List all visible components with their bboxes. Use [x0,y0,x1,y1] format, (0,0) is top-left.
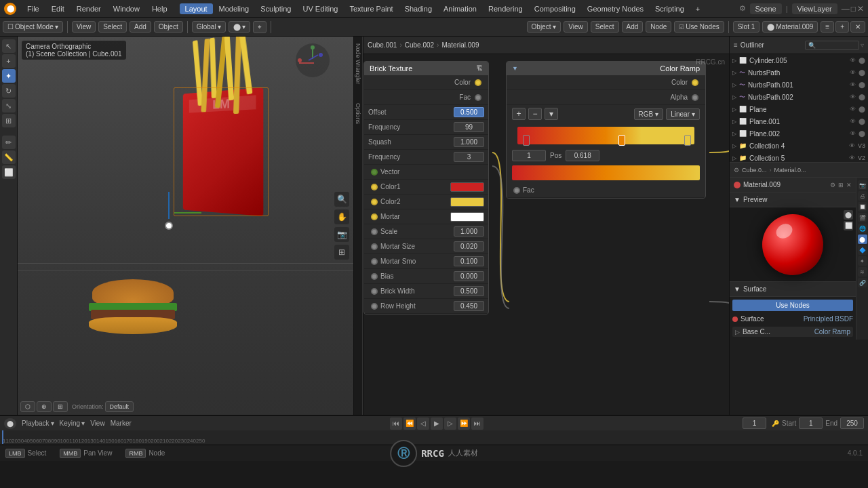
menu-file[interactable]: File [22,3,45,14]
material-new[interactable]: + [835,21,849,33]
layers-icon[interactable]: ⊞ [334,245,349,260]
viewport-overlay[interactable]: ⊕ [37,401,52,412]
axis-gizmo[interactable] [296,43,330,77]
handle-pos-field[interactable]: 0.618 [566,150,599,161]
material-selector[interactable]: ⬤ Material.009 [762,21,818,33]
next-frame-btn[interactable]: ▷ [444,418,456,430]
squash-value[interactable]: 1.000 [454,137,484,147]
mortar-smooth-value[interactable]: 0.100 [454,256,484,266]
cr-fac-socket[interactable] [513,187,520,194]
vis-icon9[interactable]: 👁 [849,155,855,161]
bias-socket[interactable] [371,273,378,280]
use-nodes-toggle[interactable]: ☑ Use Nodes [674,21,724,33]
tool-add-cube[interactable]: ⬜ [2,165,16,179]
material-close-icon[interactable]: ✕ [846,182,852,188]
bias-value[interactable]: 0.000 [454,271,484,281]
node-menu[interactable]: Node [646,21,671,33]
minimize-btn[interactable]: — [842,4,850,14]
camera-icon[interactable]: 📷 [334,227,349,242]
workspace-add[interactable]: + [690,3,705,14]
snap-btn[interactable]: ⌖ [253,21,267,33]
workspace-uv-editing[interactable]: UV Editing [297,3,343,14]
outliner-item-nurbspath002[interactable]: ▷ 〜 NurbsPath.002 👁 ⬤ [730,91,868,103]
ramp-menu-btn[interactable]: ▾ [545,108,558,120]
base-color-ramp[interactable]: Color Ramp [814,328,850,336]
jump-start-btn[interactable]: ⏮ [390,418,402,430]
vis-icon2[interactable]: 👁 [850,69,856,76]
jump-end-btn[interactable]: ⏭ [471,418,484,430]
select-node[interactable]: Select [591,21,619,33]
pt-constraints[interactable]: 🔗 [858,278,867,287]
breadcrumb-cube001[interactable]: Cube.001 [368,41,397,49]
add-node[interactable]: Add [622,21,644,33]
frame-indicator[interactable]: ⬤ [4,418,16,429]
preview-sphere-btn[interactable]: ⬤ [844,210,853,220]
workspace-modeling[interactable]: Modeling [214,3,255,14]
outliner-item-nurbspath001[interactable]: ▷ 〜 NurbsPath.001 👁 ⬤ [730,79,868,91]
color2-socket[interactable] [371,199,378,205]
shader-name[interactable]: Principled BSDF [804,315,853,323]
tool-rotate[interactable]: ↻ [2,84,16,98]
color1-swatch[interactable] [450,182,484,192]
pan-icon[interactable]: ✋ [334,209,349,224]
mortar-swatch[interactable] [450,212,484,222]
outliner-item-plane002[interactable]: ▷ ⬜ Plane.002 👁 ⬤ [730,127,868,140]
restrict-icon5[interactable]: ⬤ [859,106,865,113]
menu-render[interactable]: Render [71,3,106,14]
outliner-filter-icon[interactable]: ▿ [861,41,864,49]
vector-socket[interactable] [371,169,378,176]
breadcrumb-material[interactable]: Material.009 [441,41,479,49]
mortar-socket[interactable] [371,214,378,220]
output-color-socket[interactable] [475,79,481,86]
vis-icon3[interactable]: 👁 [850,81,856,88]
keying-menu[interactable]: Keying ▾ [60,420,85,427]
options-label[interactable]: Options [355,100,361,127]
restrict-icon[interactable]: ⬤ [859,57,865,64]
material-settings-icon[interactable]: ⚙ [830,182,835,188]
mortar-size-socket[interactable] [371,243,378,250]
preview-header[interactable]: ▼ Preview [730,192,856,207]
end-frame-input[interactable]: 250 [840,418,864,429]
slot-selector[interactable]: Slot 1 [733,21,760,33]
pt-material[interactable]: ⬤ [858,235,867,244]
workspace-compositing[interactable]: Compositing [529,3,581,14]
ramp-remove-btn[interactable]: − [528,108,542,120]
add-btn[interactable]: Add [130,21,151,33]
color-ramp-collapse-icon[interactable]: ▼ [512,65,518,72]
view-menu[interactable]: View [90,420,105,427]
tool-measure[interactable]: 📏 [2,150,16,164]
scale-value[interactable]: 1.000 [454,226,484,237]
tool-move[interactable]: ✦ [2,69,16,83]
playback-menu[interactable]: Playback ▾ [22,420,54,427]
workspace-layout[interactable]: Layout [180,3,213,14]
pt-output[interactable]: 🖨 [858,191,867,201]
pt-world[interactable]: 🌐 [858,224,867,233]
outliner-item-cylinder[interactable]: ▷ ⬜ Cylinder.005 👁 ⬤ [730,54,868,66]
restrict-icon3[interactable]: ⬤ [859,81,865,88]
select-btn[interactable]: Select [98,21,127,33]
mode-selector[interactable]: ☐ Object Mode ▾ [3,21,63,33]
maximize-btn[interactable]: □ [851,4,856,14]
brick-width-socket[interactable] [371,288,378,295]
outliner-item-collection4[interactable]: ▷ 📁 Collection 4 👁 V3 [730,140,868,152]
mortar-size-value[interactable]: 0.020 [454,241,484,251]
material-browse[interactable]: ≡ [821,21,834,33]
node-wrangler-label[interactable]: Node Wrangler [355,41,361,87]
pivot-selector[interactable]: ⬤ ▾ [229,21,251,33]
material-delete[interactable]: ✕ [850,21,865,33]
tool-select[interactable]: ↖ [2,39,16,53]
workspace-rendering[interactable]: Rendering [483,3,528,14]
cr-color-socket[interactable] [692,79,698,86]
breadcrumb-cube002[interactable]: Cube.002 [405,41,434,49]
prev-frame-btn[interactable]: ◁ [417,418,429,430]
pt-view[interactable]: 🔲 [858,202,867,211]
view-node[interactable]: View [564,21,588,33]
offset-value[interactable]: 0.500 [454,107,484,117]
vis-icon4[interactable]: 👁 [850,94,856,100]
prev-keyframe-btn[interactable]: ⏪ [403,418,416,430]
ramp-add-btn[interactable]: + [512,108,526,120]
outliner-item-nurbspath[interactable]: ▷ 〜 NurbsPath 👁 ⬤ [730,66,868,79]
workspace-scripting[interactable]: Scripting [650,3,690,14]
output-fac-socket[interactable] [475,94,481,101]
pt-particles[interactable]: ✦ [858,256,867,266]
